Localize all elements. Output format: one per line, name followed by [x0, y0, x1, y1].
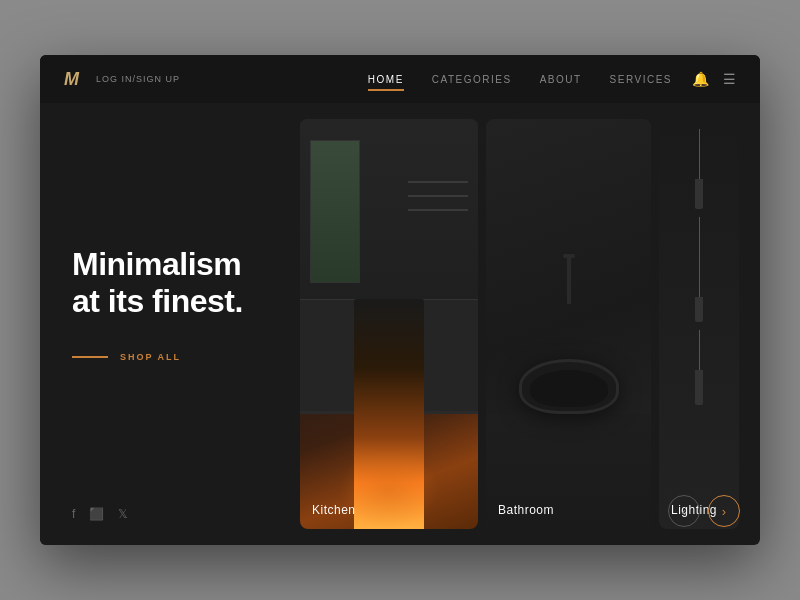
- pendant-cord-3: [699, 330, 700, 370]
- hero-panel: Minimalism at its finest. SHOP ALL f ⬛ 𝕏: [40, 103, 300, 545]
- card-lighting[interactable]: Lighting: [659, 119, 739, 529]
- pendant-shade-2: [695, 297, 703, 322]
- main-content: Minimalism at its finest. SHOP ALL f ⬛ 𝕏: [40, 103, 760, 545]
- product-cards: Kitchen Bathroom: [300, 103, 760, 545]
- nav-arrows: ‹ ›: [668, 495, 740, 527]
- instagram-icon[interactable]: ⬛: [89, 507, 104, 521]
- hero-headline: Minimalism at its finest.: [72, 246, 268, 320]
- header: M LOG IN/SIGN UP HOME CATEGORIES ABOUT S…: [40, 55, 760, 103]
- pendant-shade-3: [695, 370, 703, 405]
- bathtub-inner: [530, 370, 608, 407]
- pendant-shade-1: [695, 179, 703, 209]
- fireplace-glow: [339, 449, 439, 529]
- kitchen-scene: [300, 119, 478, 529]
- kitchen-shelves: [408, 181, 468, 211]
- logo: M: [64, 69, 80, 90]
- nav-categories[interactable]: CATEGORIES: [432, 74, 512, 85]
- shop-all-label: SHOP ALL: [120, 352, 181, 362]
- login-signup-link[interactable]: LOG IN/SIGN UP: [96, 74, 180, 84]
- social-icons: f ⬛ 𝕏: [72, 507, 128, 521]
- nav-about[interactable]: ABOUT: [540, 74, 582, 85]
- pendant-3: [695, 330, 703, 405]
- card-kitchen[interactable]: Kitchen: [300, 119, 478, 529]
- card-kitchen-label: Kitchen: [312, 503, 356, 517]
- menu-icon[interactable]: ☰: [723, 71, 736, 87]
- pendant-cord-1: [699, 129, 700, 179]
- pendant-cord-2: [699, 217, 700, 297]
- pendant-2: [695, 217, 703, 322]
- lighting-scene: [659, 119, 739, 529]
- pendant-1: [695, 129, 703, 209]
- faucet-head: [563, 254, 575, 258]
- shelf-3: [408, 209, 468, 211]
- kitchen-window: [310, 140, 360, 284]
- twitter-icon[interactable]: 𝕏: [118, 507, 128, 521]
- main-window: M LOG IN/SIGN UP HOME CATEGORIES ABOUT S…: [40, 55, 760, 545]
- card-bathroom-label: Bathroom: [498, 503, 554, 517]
- facebook-icon[interactable]: f: [72, 507, 75, 521]
- header-icons: 🔔 ☰: [692, 71, 736, 87]
- shelf-1: [408, 181, 468, 183]
- bathtub: [519, 359, 619, 414]
- notification-icon[interactable]: 🔔: [692, 71, 709, 87]
- shop-all-link[interactable]: SHOP ALL: [72, 352, 268, 362]
- faucet: [567, 254, 571, 304]
- fireplace: [354, 299, 424, 529]
- prev-arrow[interactable]: ‹: [668, 495, 700, 527]
- nav-home[interactable]: HOME: [368, 74, 404, 85]
- main-nav: HOME CATEGORIES ABOUT SERVICES: [368, 74, 672, 85]
- shelf-2: [408, 195, 468, 197]
- next-arrow[interactable]: ›: [708, 495, 740, 527]
- shop-line-decoration: [72, 356, 108, 358]
- nav-services[interactable]: SERVICES: [610, 74, 672, 85]
- bathroom-scene: [486, 119, 651, 529]
- card-bathroom[interactable]: Bathroom: [486, 119, 651, 529]
